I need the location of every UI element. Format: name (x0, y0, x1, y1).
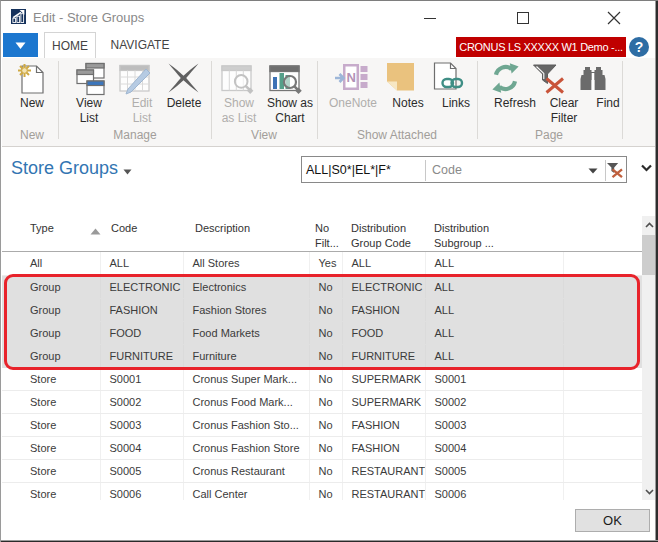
svg-text:N: N (347, 70, 356, 85)
